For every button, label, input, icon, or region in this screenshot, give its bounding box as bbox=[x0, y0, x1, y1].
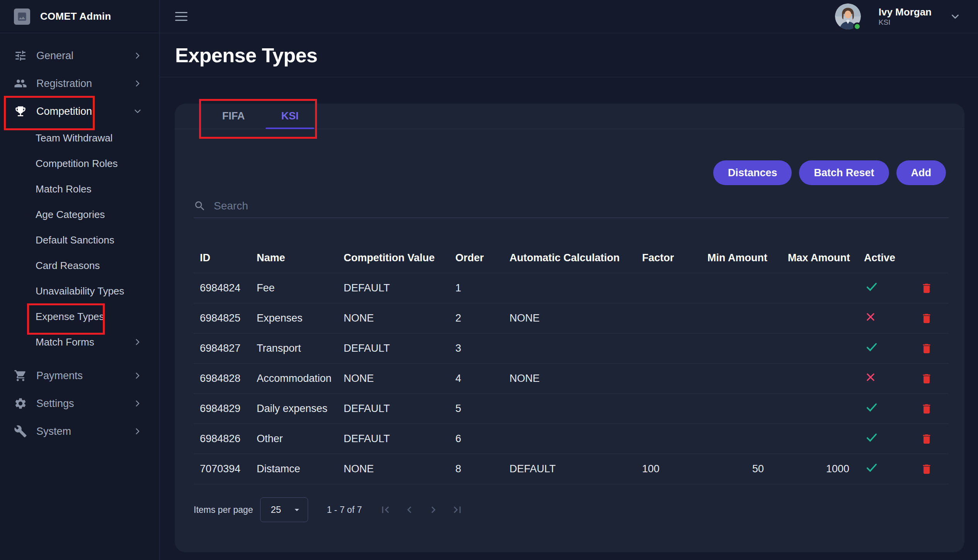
sidebar-item-label: Payments bbox=[36, 370, 83, 382]
last-page-button[interactable] bbox=[451, 503, 464, 516]
cell-order: 8 bbox=[449, 463, 503, 475]
sidebar-item-label: Age Categories bbox=[36, 209, 105, 221]
sidebar-item-expense-types[interactable]: Expense Types bbox=[0, 304, 159, 329]
sidebar-item-registration[interactable]: Registration bbox=[0, 70, 159, 97]
sidebar-item-payments[interactable]: Payments bbox=[0, 362, 159, 390]
next-page-icon bbox=[427, 503, 440, 516]
tab-fifa[interactable]: FIFA bbox=[205, 104, 262, 129]
sidebar-nav: GeneralRegistrationCompetitionTeam Withd… bbox=[0, 33, 159, 445]
toolbar: DistancesBatch ResetAdd bbox=[175, 160, 946, 185]
last-page-icon bbox=[451, 503, 464, 516]
delete-button[interactable] bbox=[920, 342, 933, 355]
user-org: KSI bbox=[879, 18, 932, 27]
sidebar-item-default-sanctions[interactable]: Default Sanctions bbox=[0, 227, 159, 253]
column-header: Name bbox=[250, 252, 337, 264]
sidebar-item-settings[interactable]: Settings bbox=[0, 390, 159, 417]
sidebar-item-label: Match Roles bbox=[36, 183, 92, 195]
sidebar-item-label: Settings bbox=[36, 398, 74, 410]
table-row[interactable]: 6984829Daily expensesDEFAULT5 bbox=[194, 394, 949, 424]
first-page-button[interactable] bbox=[379, 503, 392, 516]
check-icon bbox=[865, 280, 879, 294]
user-info: Ivy Morgan KSI bbox=[879, 7, 932, 27]
gear-icon bbox=[14, 397, 27, 410]
cell-competition-value: NONE bbox=[337, 312, 449, 324]
app-logo bbox=[14, 9, 30, 25]
previous-page-button[interactable] bbox=[403, 503, 416, 516]
delete-icon bbox=[920, 403, 933, 415]
cell-name: Expenses bbox=[250, 312, 337, 324]
sidebar-item-system[interactable]: System bbox=[0, 417, 159, 445]
check-icon bbox=[865, 431, 879, 444]
cell-id: 6984827 bbox=[194, 342, 250, 354]
sidebar-item-general[interactable]: General bbox=[0, 42, 159, 70]
next-page-button[interactable] bbox=[427, 503, 440, 516]
paginator: Items per page 25 1 - 7 of 7 bbox=[194, 497, 949, 522]
menu-toggle-button[interactable] bbox=[175, 12, 187, 21]
table-row[interactable]: 6984824FeeDEFAULT1 bbox=[194, 273, 949, 303]
cell-active bbox=[858, 371, 904, 386]
chevron-down-icon bbox=[133, 106, 143, 116]
sidebar-item-competition-roles[interactable]: Competition Roles bbox=[0, 151, 159, 176]
delete-button[interactable] bbox=[920, 312, 933, 325]
items-per-page-label: Items per page bbox=[194, 505, 253, 515]
table-header-row: IDNameCompetition ValueOrderAutomatic Ca… bbox=[194, 243, 949, 273]
delete-button[interactable] bbox=[920, 463, 933, 475]
page-size-select[interactable]: 25 bbox=[260, 497, 308, 522]
user-menu[interactable]: Ivy Morgan KSI bbox=[835, 3, 961, 29]
cell-name: Other bbox=[250, 433, 337, 445]
cell-active bbox=[858, 340, 904, 357]
distances-button[interactable]: Distances bbox=[713, 160, 792, 185]
add-button[interactable]: Add bbox=[896, 160, 946, 185]
sidebar-item-team-withdrawal[interactable]: Team Withdrawal bbox=[0, 125, 159, 151]
cell-id: 6984826 bbox=[194, 433, 250, 445]
chevron-right-icon bbox=[133, 78, 143, 89]
pager-controls bbox=[379, 503, 464, 516]
user-name: Ivy Morgan bbox=[879, 7, 932, 18]
table-row[interactable]: 6984828AccommodationNONE4NONE bbox=[194, 364, 949, 394]
delete-button[interactable] bbox=[920, 433, 933, 445]
online-status-dot bbox=[853, 22, 861, 31]
chevron-down-icon bbox=[949, 11, 961, 22]
cell-order: 5 bbox=[449, 403, 503, 415]
delete-button[interactable] bbox=[920, 403, 933, 415]
sidebar-item-label: Registration bbox=[36, 78, 92, 90]
cell-id: 6984824 bbox=[194, 282, 250, 294]
check-icon bbox=[865, 461, 879, 475]
sidebar-item-competition[interactable]: Competition bbox=[0, 97, 159, 125]
sidebar-item-card-reasons[interactable]: Card Reasons bbox=[0, 253, 159, 278]
cell-name: Accommodation bbox=[250, 373, 337, 385]
table-body: 6984824FeeDEFAULT16984825ExpensesNONE2NO… bbox=[194, 273, 949, 484]
sidebar-item-age-categories[interactable]: Age Categories bbox=[0, 202, 159, 227]
tab-bar: FIFAKSI bbox=[175, 104, 964, 129]
column-header: Competition Value bbox=[337, 252, 449, 264]
cell-order: 4 bbox=[449, 373, 503, 385]
tab-ksi[interactable]: KSI bbox=[262, 104, 318, 129]
sidebar-item-match-forms[interactable]: Match Forms bbox=[0, 329, 159, 355]
page-size-value: 25 bbox=[271, 504, 281, 515]
delete-button[interactable] bbox=[920, 282, 933, 294]
hamburger-icon bbox=[175, 12, 187, 13]
sidebar-item-match-roles[interactable]: Match Roles bbox=[0, 176, 159, 202]
sidebar-item-label: System bbox=[36, 426, 71, 437]
search-input[interactable] bbox=[214, 200, 949, 212]
sidebar-item-label: Unavailability Types bbox=[36, 285, 124, 297]
titlebar: Expense Types bbox=[160, 33, 978, 77]
table-row[interactable]: 7070394DistamceNONE8DEFAULT100501000 bbox=[194, 454, 949, 484]
check-icon bbox=[865, 340, 879, 354]
cell-id: 6984825 bbox=[194, 312, 250, 324]
table-row[interactable]: 6984826OtherDEFAULT6 bbox=[194, 424, 949, 454]
table-row[interactable]: 6984825ExpensesNONE2NONE bbox=[194, 303, 949, 334]
delete-icon bbox=[920, 282, 933, 294]
table-row[interactable]: 6984827TransportDEFAULT3 bbox=[194, 334, 949, 364]
arrow-drop-down-icon bbox=[291, 504, 302, 515]
delete-button[interactable] bbox=[920, 373, 933, 385]
column-header: Automatic Calculation bbox=[503, 252, 636, 264]
sidebar-item-unavailability-types[interactable]: Unavailability Types bbox=[0, 278, 159, 304]
chevron-right-icon bbox=[133, 337, 143, 347]
batch-reset-button[interactable]: Batch Reset bbox=[799, 160, 889, 185]
cell-active bbox=[858, 431, 904, 447]
cell-order: 2 bbox=[449, 312, 503, 324]
topbar: Ivy Morgan KSI bbox=[160, 0, 978, 33]
cell-max-amount: 1000 bbox=[782, 463, 858, 475]
cell-actions bbox=[904, 373, 949, 385]
